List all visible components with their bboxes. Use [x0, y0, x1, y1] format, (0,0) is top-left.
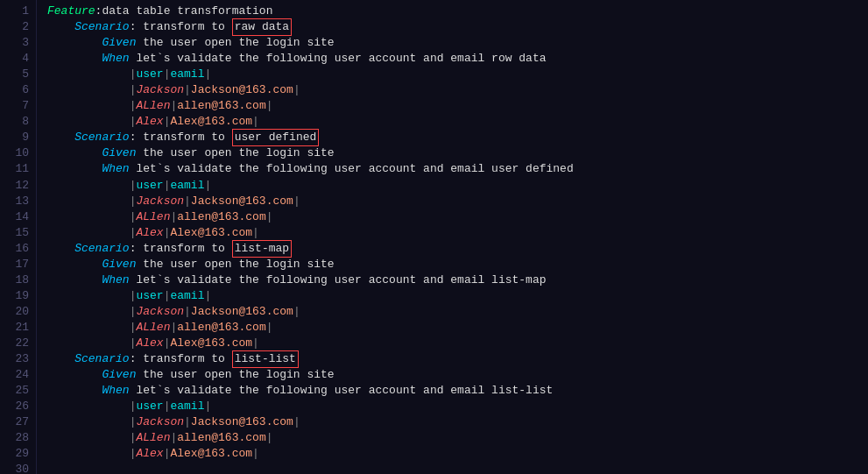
line-21: |ALlen|allen@163.com| [47, 320, 868, 336]
indent-3 [47, 35, 102, 51]
email-jackson-4: Jackson@163.com [191, 414, 293, 430]
scenario2-highlight: user defined [232, 129, 320, 146]
indent-26 [47, 399, 130, 414]
line-num-13: 13 [7, 194, 29, 209]
pipe-27a: | [130, 414, 137, 430]
pipe-14b: | [170, 209, 177, 225]
name-alex-4: Alex [136, 446, 163, 462]
when1-keyword: When [102, 51, 129, 67]
line11-text: let`s validate the following user accoun… [130, 161, 574, 177]
line-num-23: 23 [7, 351, 29, 367]
email-allen-4: allen@163.com [177, 430, 265, 446]
indent-10 [47, 145, 102, 161]
line25-text: let`s validate the following user accoun… [130, 383, 554, 399]
col-user-4: user [136, 399, 163, 414]
indent-22 [47, 336, 130, 351]
pipe-13a: | [130, 194, 137, 209]
pipe-13c: | [293, 194, 300, 209]
line-22: |Alex|Alex@163.com| [47, 336, 868, 351]
line-num-18: 18 [7, 272, 29, 288]
line-num-25: 25 [7, 383, 29, 399]
line-7: |ALlen|allen@163.com| [47, 98, 868, 114]
indent-20 [47, 304, 130, 320]
pipe-14c: | [266, 209, 273, 225]
indent-5 [47, 67, 130, 82]
line-num-19: 19 [7, 288, 29, 304]
feature-keyword: Feature [47, 4, 95, 19]
line-num-16: 16 [7, 241, 29, 257]
indent-9 [47, 130, 74, 145]
when4-keyword: When [102, 383, 129, 399]
name-allen-3: ALlen [136, 320, 170, 336]
line-4: When let`s validate the following user a… [47, 51, 868, 67]
line-11: When let`s validate the following user a… [47, 161, 868, 177]
code-lines: Feature:data table transformation Scenar… [37, 0, 868, 474]
scenario2-label: user defined [235, 131, 317, 144]
line4-account: account [369, 51, 417, 67]
pipe-28b: | [170, 430, 177, 446]
indent-13 [47, 194, 130, 209]
line24-text: the user open the login site [136, 367, 334, 383]
pipe-5c: | [204, 67, 211, 82]
pipe-21c: | [266, 320, 273, 336]
email-jackson-1: Jackson@163.com [191, 82, 293, 98]
scenario4-label: list-list [235, 352, 296, 365]
line-20: |Jackson|Jackson@163.com| [47, 304, 868, 320]
scenario3-highlight: list-map [232, 240, 292, 258]
email-jackson-3: Jackson@163.com [191, 304, 293, 320]
pipe-6c: | [293, 82, 300, 98]
line-num-15: 15 [7, 225, 29, 241]
code-editor: 1 2 3 4 5 6 7 8 9 10 11 12 13 14 15 16 1… [0, 0, 868, 474]
line-num-20: 20 [7, 304, 29, 320]
pipe-29b: | [164, 446, 171, 462]
indent-15 [47, 225, 130, 241]
colon-2: : transform to [130, 19, 232, 35]
code-content: 1 2 3 4 5 6 7 8 9 10 11 12 13 14 15 16 1… [0, 0, 868, 474]
line-num-10: 10 [7, 145, 29, 161]
pipe-8c: | [252, 114, 259, 130]
line-num-22: 22 [7, 336, 29, 351]
scenario3-keyword: Scenario [74, 241, 129, 257]
pipe-29c: | [252, 446, 259, 462]
pipe-6a: | [130, 82, 137, 98]
indent-27 [47, 414, 130, 430]
indent-14 [47, 209, 130, 225]
line18-text: let`s validate the following user accoun… [130, 272, 547, 288]
line-num-5: 5 [7, 67, 29, 82]
line10-text: the user open the login site [136, 145, 334, 161]
pipe-22b: | [164, 336, 171, 351]
line-num-1: 1 [7, 4, 29, 19]
line-num-27: 27 [7, 414, 29, 430]
email-allen-3: allen@163.com [177, 320, 265, 336]
indent-8 [47, 114, 130, 130]
name-jackson-1: Jackson [136, 82, 184, 98]
line-num-8: 8 [7, 114, 29, 130]
pipe-22c: | [252, 336, 259, 351]
line-numbers: 1 2 3 4 5 6 7 8 9 10 11 12 13 14 15 16 1… [0, 0, 37, 474]
name-jackson-2: Jackson [136, 194, 184, 209]
col-user-3: user [136, 288, 163, 304]
indent-16 [47, 241, 74, 257]
colon-1: : [95, 4, 102, 19]
name-allen-1: ALlen [136, 98, 170, 114]
line-17: Given the user open the login site [47, 257, 868, 272]
line-num-12: 12 [7, 178, 29, 194]
pipe-27b: | [184, 414, 191, 430]
pipe-19c: | [204, 288, 211, 304]
line-23: Scenario: transform to list-list [47, 351, 868, 367]
col-user-2: user [136, 178, 163, 194]
pipe-19b: | [164, 288, 171, 304]
line-num-9: 9 [7, 130, 29, 145]
line4-and: and email row data [416, 51, 546, 67]
indent-4 [47, 51, 102, 67]
line-14: |ALlen|allen@163.com| [47, 209, 868, 225]
pipe-12b: | [164, 178, 171, 194]
line-num-4: 4 [7, 51, 29, 67]
indent-24 [47, 367, 102, 383]
pipe-7b: | [170, 98, 177, 114]
line-25: When let`s validate the following user a… [47, 383, 868, 399]
line-15: |Alex|Alex@163.com| [47, 225, 868, 241]
line-18: When let`s validate the following user a… [47, 272, 868, 288]
given1-keyword: Given [102, 35, 136, 51]
indent-28 [47, 430, 130, 446]
